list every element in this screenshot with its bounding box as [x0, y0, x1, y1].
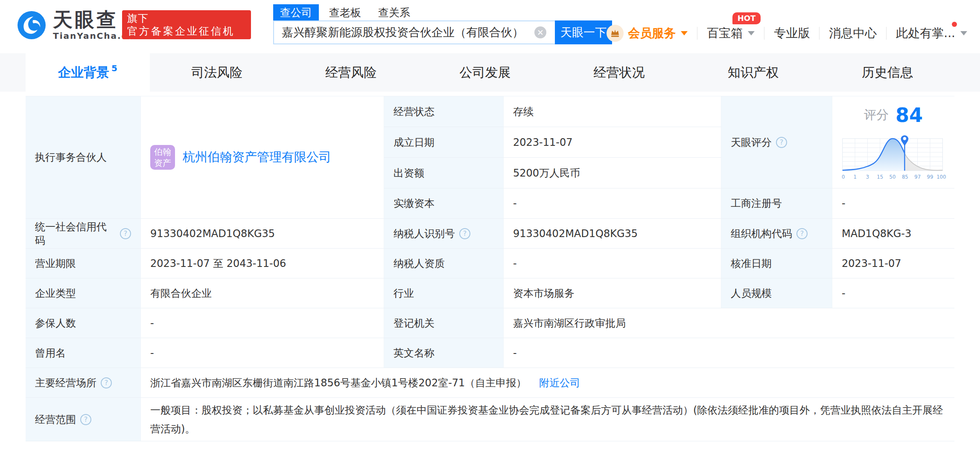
menu-member-label: 会员服务	[628, 25, 676, 41]
svg-text:99: 99	[927, 174, 933, 180]
search-tabs: 查公司 查老板 查关系	[273, 4, 612, 20]
tianyan-score-chart: 评分 84	[832, 96, 954, 188]
search-tab-boss[interactable]: 查老板	[322, 4, 368, 20]
label-taxpayer-qualification: 纳税人资质	[384, 249, 504, 278]
tab-intellectual-property[interactable]: 知识产权	[686, 53, 820, 92]
menu-message-label: 消息中心	[829, 25, 877, 41]
value-business-term: 2023-11-07 至 2043-11-06	[141, 249, 384, 278]
chevron-down-icon	[960, 31, 967, 35]
menu-toolbox[interactable]: HOT 百宝箱	[707, 25, 755, 41]
value-business-address: 浙江省嘉兴市南湖区东栅街道南江路1856号基金小镇1号楼202室-71（自主申报…	[141, 368, 954, 398]
chevron-down-icon	[681, 31, 688, 35]
value-contributed-capital: 5200万人民币	[504, 158, 721, 188]
value-registration-authority: 嘉兴市南湖区行政审批局	[504, 308, 954, 338]
menu-divider	[819, 27, 820, 40]
company-background-section: 执行事务合伙人 伯翰 资产 杭州伯翰资产管理有限公司 经营状态 存续 成立日期 …	[0, 92, 980, 441]
label-business-reg-no: 工商注册号	[721, 188, 832, 219]
help-icon[interactable]: ?	[120, 228, 131, 239]
label-org-code: 组织机构代码 ?	[721, 219, 832, 249]
svg-text:97: 97	[914, 174, 921, 180]
partner-badge-line2: 资产	[154, 157, 171, 168]
gov-badge-line2: 官方备案企业征信机构	[127, 25, 246, 50]
gov-certification-badge: 国家中小企业发展子基金旗下 官方备案企业征信机构	[122, 10, 251, 39]
clear-search-icon[interactable]: ✕	[534, 26, 546, 38]
executive-partner-cell: 伯翰 资产 杭州伯翰资产管理有限公司	[141, 96, 384, 219]
tab-company-background[interactable]: 企业背景 5	[26, 53, 150, 92]
top-menu: 会员服务 HOT 百宝箱 专业版 消息中心 此处有掌...	[607, 21, 967, 45]
menu-more-label: 此处有掌...	[896, 25, 955, 41]
section-tabbar: 企业背景 5 司法风险 经营风险 公司发展 经营状况 知识产权 历史信息	[0, 53, 980, 92]
label-english-name: 英文名称	[384, 338, 504, 368]
label-business-term: 营业期限	[26, 249, 141, 278]
hot-badge: HOT	[732, 12, 761, 24]
value-former-name: -	[141, 338, 384, 368]
svg-text:0: 0	[842, 174, 845, 180]
search-input[interactable]	[273, 20, 555, 44]
label-executive-partner: 执行事务合伙人	[26, 96, 141, 219]
menu-message-center[interactable]: 消息中心	[829, 25, 877, 41]
value-taxpayer-id: 91330402MAD1Q8KG35	[504, 219, 721, 249]
help-icon[interactable]: ?	[776, 137, 787, 148]
label-business-status: 经营状态	[384, 96, 504, 127]
value-insured-count: -	[141, 308, 384, 338]
partner-badge-line1: 伯翰	[154, 146, 171, 157]
label-industry: 行业	[384, 278, 504, 308]
search-tab-company[interactable]: 查公司	[273, 4, 319, 20]
label-paid-in-capital: 实缴资本	[384, 188, 504, 219]
crown-icon	[607, 25, 624, 42]
gov-badge-line1: 国家中小企业发展子基金旗下	[127, 0, 246, 25]
value-credit-code: 91330402MAD1Q8KG35	[141, 219, 384, 249]
svg-text:3: 3	[866, 174, 869, 180]
svg-text:15: 15	[877, 174, 883, 180]
label-registration-authority: 登记机关	[384, 308, 504, 338]
page-header: 天眼查 TianYanCha.com 国家中小企业发展子基金旗下 官方备案企业征…	[0, 0, 980, 53]
help-icon[interactable]: ?	[80, 414, 91, 425]
partner-logo-badge[interactable]: 伯翰 资产	[150, 145, 175, 170]
tab-company-development[interactable]: 公司发展	[418, 53, 552, 92]
value-established-date: 2023-11-07	[504, 127, 721, 158]
menu-divider	[697, 27, 697, 40]
label-credit-code: 统一社会信用代码 ?	[26, 219, 141, 249]
value-approval-date: 2023-11-07	[832, 249, 954, 278]
value-paid-in-capital: -	[504, 188, 721, 219]
search-button[interactable]: 天眼一下	[555, 20, 612, 44]
tianyancha-logo-icon	[17, 11, 46, 40]
tab-operation-status[interactable]: 经营状况	[552, 53, 686, 92]
search-area: 查公司 查老板 查关系 天眼一下 ✕	[273, 4, 612, 44]
search-tab-relation[interactable]: 查关系	[371, 4, 417, 20]
menu-toolbox-label: 百宝箱	[707, 25, 743, 41]
help-icon[interactable]: ?	[796, 228, 808, 239]
chevron-down-icon	[748, 31, 755, 35]
help-icon[interactable]: ?	[101, 377, 112, 388]
label-approval-date: 核准日期	[721, 249, 832, 278]
menu-divider	[764, 27, 764, 40]
menu-divider	[886, 27, 887, 40]
partner-company-link[interactable]: 杭州伯翰资产管理有限公司	[183, 149, 331, 166]
svg-text:50: 50	[890, 174, 896, 180]
value-company-type: 有限合伙企业	[141, 278, 384, 308]
score-value: 84	[895, 104, 923, 127]
business-info-table: 执行事务合伙人 伯翰 资产 杭州伯翰资产管理有限公司 经营状态 存续 成立日期 …	[26, 96, 954, 441]
menu-more[interactable]: 此处有掌...	[896, 25, 967, 41]
help-icon[interactable]: ?	[459, 228, 470, 239]
value-business-scope: 一般项目：股权投资；以私募基金从事创业投资活动（须在中国证券投资基金业协会完成登…	[141, 398, 954, 441]
menu-pro-label: 专业版	[774, 25, 810, 41]
label-contributed-capital: 出资额	[384, 158, 504, 188]
menu-pro-version[interactable]: 专业版	[774, 25, 810, 41]
tab-operation-risk[interactable]: 经营风险	[284, 53, 418, 92]
label-insured-count: 参保人数	[26, 308, 141, 338]
value-english-name: -	[504, 338, 954, 368]
value-business-status: 存续	[504, 96, 721, 127]
label-business-address: 主要经营场所 ?	[26, 368, 141, 398]
label-taxpayer-id: 纳税人识别号 ?	[384, 219, 504, 249]
notification-dot	[952, 22, 957, 27]
label-former-name: 曾用名	[26, 338, 141, 368]
svg-text:85: 85	[902, 174, 908, 180]
nearby-companies-link[interactable]: 附近公司	[539, 376, 580, 390]
label-company-type: 企业类型	[26, 278, 141, 308]
label-business-scope: 经营范围 ?	[26, 398, 141, 441]
score-title: 评分	[864, 107, 889, 124]
tab-judicial-risk[interactable]: 司法风险	[150, 53, 284, 92]
tab-history-info[interactable]: 历史信息	[820, 53, 954, 92]
menu-member-services[interactable]: 会员服务	[607, 25, 688, 42]
